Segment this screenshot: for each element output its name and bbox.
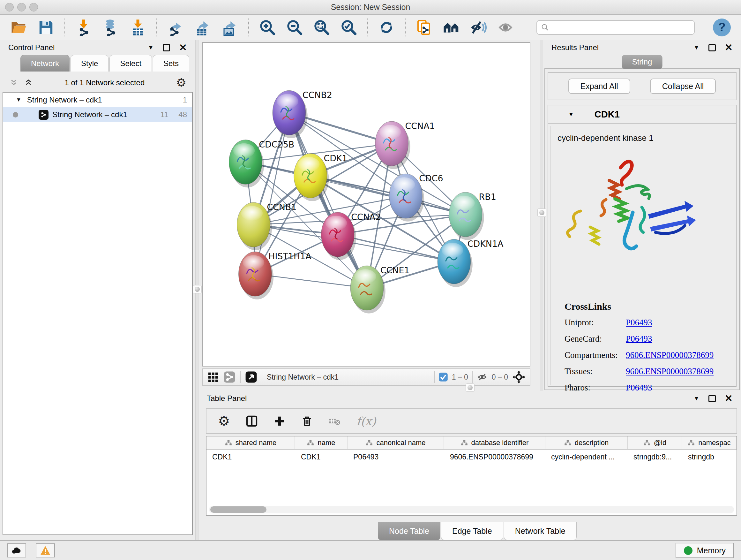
tab-network[interactable]: Network — [20, 55, 70, 71]
table-cell[interactable]: cyclin-dependent ... — [545, 450, 628, 464]
network-options-gear-icon[interactable]: ⚙ — [176, 77, 186, 88]
cloud-status-button[interactable] — [7, 543, 26, 557]
tab-network-table[interactable]: Network Table — [504, 522, 577, 540]
collapse-all-icon[interactable] — [9, 78, 18, 87]
panel-close-icon[interactable]: ✕ — [725, 394, 733, 403]
export-table-icon[interactable] — [194, 19, 211, 36]
node-CDKN1A[interactable]: CDKN1A — [437, 239, 503, 287]
panel-collapse-icon[interactable]: ▼ — [148, 44, 154, 51]
table-options-gear-icon[interactable]: ⚙ — [218, 415, 230, 428]
column-header-namespac[interactable]: namespac — [682, 436, 737, 449]
network-canvas[interactable]: CCNB2CCNA1CDC25BCDK1CDC6RB1CCNB1CCNA2CDK… — [202, 42, 530, 367]
column-header-database-identifier[interactable]: database identifier — [444, 436, 545, 449]
close-window-button[interactable] — [5, 3, 14, 11]
import-table-file-icon[interactable] — [129, 19, 146, 36]
refresh-view-icon[interactable] — [378, 19, 395, 36]
panel-collapse-icon[interactable]: ▼ — [693, 44, 699, 51]
export-image-icon[interactable] — [221, 19, 239, 36]
panel-float-icon[interactable] — [163, 44, 170, 51]
node-CCNA1[interactable]: CCNA1 — [375, 121, 435, 169]
panel-close-icon[interactable]: ✕ — [725, 43, 733, 52]
table-horizontal-scrollbar[interactable] — [209, 506, 734, 513]
table-cell[interactable]: stringdb:9... — [628, 450, 682, 464]
node-HIST1H1A[interactable]: HIST1H1A — [239, 251, 312, 300]
search-input[interactable] — [552, 23, 690, 32]
import-network-file-icon[interactable] — [75, 19, 92, 36]
column-header-description[interactable]: description — [545, 436, 628, 449]
column-header-shared-name[interactable]: shared name — [206, 436, 295, 449]
column-header--id[interactable]: @id — [628, 436, 682, 449]
crosslink-link[interactable]: P06493 — [626, 318, 652, 327]
maximize-window-button[interactable] — [29, 3, 38, 11]
import-network-database-icon[interactable] — [102, 19, 119, 36]
tab-string[interactable]: String — [622, 55, 663, 69]
search-icon — [541, 23, 549, 32]
panel-collapse-icon[interactable]: ▼ — [693, 395, 699, 402]
panel-float-icon[interactable] — [709, 395, 716, 402]
edge-CCNB2-CCNE1[interactable] — [289, 113, 367, 288]
crosslink-link[interactable]: 9606.ENSP00000378699 — [626, 367, 714, 376]
selected-checkbox-icon[interactable] — [439, 372, 448, 382]
collapse-all-button[interactable]: Collapse All — [650, 78, 716, 94]
tab-style[interactable]: Style — [71, 55, 109, 71]
create-column-icon[interactable] — [273, 415, 286, 427]
pan-crosshair-icon[interactable] — [512, 370, 526, 384]
table-cell[interactable]: stringdb — [682, 450, 737, 464]
warnings-button[interactable] — [36, 543, 55, 557]
crosslink-link[interactable]: P06493 — [626, 334, 652, 344]
node-CDC25B[interactable]: CDC25B — [229, 139, 294, 188]
open-in-window-icon[interactable] — [245, 371, 257, 383]
table-cell[interactable]: CDK1 — [295, 450, 347, 464]
show-all-icon[interactable] — [497, 19, 514, 36]
minimize-window-button[interactable] — [17, 3, 26, 11]
hide-selected-icon[interactable] — [470, 19, 487, 36]
birds-eye-view-icon[interactable] — [207, 371, 219, 383]
left-splitter-handle[interactable] — [193, 285, 202, 294]
save-session-icon[interactable] — [37, 19, 55, 36]
panel-close-icon[interactable]: ✕ — [179, 43, 187, 52]
copy-style-icon[interactable] — [415, 19, 433, 36]
expand-all-button[interactable]: Expand All — [568, 78, 630, 94]
memory-button[interactable]: Memory — [676, 543, 734, 558]
right-splitter-handle[interactable] — [537, 208, 546, 217]
table-cell[interactable]: 9606.ENSP00000378699 — [444, 450, 545, 464]
edge-CCNB2-HIST1H1A[interactable] — [255, 113, 289, 274]
tab-edge-table[interactable]: Edge Table — [441, 522, 503, 540]
zoom-fit-icon[interactable] — [313, 19, 330, 36]
delete-column-icon[interactable] — [301, 415, 313, 427]
table-cell[interactable]: CDK1 — [206, 450, 295, 464]
warning-icon — [40, 546, 51, 555]
tab-select[interactable]: Select — [110, 55, 152, 71]
crosslink-link[interactable]: 9606.ENSP00000378699 — [626, 350, 714, 360]
zoom-in-icon[interactable] — [259, 19, 276, 36]
horizontal-splitter-handle[interactable] — [466, 383, 475, 392]
export-network-icon[interactable] — [167, 19, 184, 36]
gene-card-header[interactable]: ▼ CDK1 — [548, 105, 736, 124]
node-table[interactable]: shared namenamecanonical namedatabase id… — [206, 436, 737, 516]
zoom-out-icon[interactable] — [286, 19, 303, 36]
zoom-selected-icon[interactable] — [340, 19, 357, 36]
show-columns-icon[interactable] — [246, 415, 258, 428]
title-bar: Session: New Session — [0, 0, 741, 15]
node-CCNA2[interactable]: CCNA2 — [321, 212, 381, 260]
help-icon[interactable]: ? — [713, 18, 731, 37]
column-header-name[interactable]: name — [295, 436, 347, 449]
table-cell[interactable]: P06493 — [347, 450, 444, 464]
panel-float-icon[interactable] — [709, 44, 716, 51]
scrollbar-thumb[interactable] — [210, 506, 266, 513]
tab-node-table[interactable]: Node Table — [378, 522, 441, 540]
show-graphics-details-icon[interactable] — [443, 19, 460, 36]
tab-sets[interactable]: Sets — [153, 55, 189, 71]
node-RB1[interactable]: RB1 — [449, 192, 496, 240]
column-header-canonical-name[interactable]: canonical name — [347, 436, 444, 449]
network-overview-icon[interactable] — [223, 371, 235, 383]
node-CCNB2[interactable]: CCNB2 — [273, 90, 332, 138]
node-CCNE1[interactable]: CCNE1 — [350, 265, 409, 314]
network-collection-row[interactable]: ▼ String Network – cdk1 1 — [3, 92, 192, 107]
open-session-icon[interactable] — [10, 19, 27, 36]
network-row[interactable]: String Network – cdk1 11 48 — [3, 107, 192, 122]
node-CCNB1[interactable]: CCNB1 — [237, 202, 297, 250]
tree-expand-icon[interactable]: ▼ — [16, 97, 21, 103]
expand-all-icon[interactable] — [23, 78, 33, 87]
gene-collapse-icon[interactable]: ▼ — [568, 111, 574, 118]
